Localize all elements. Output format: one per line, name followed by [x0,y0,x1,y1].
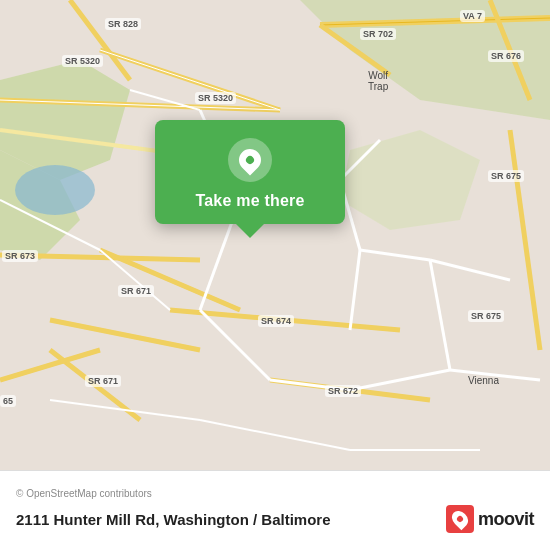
road-label-sr828: SR 828 [105,18,141,30]
road-label-65: 65 [0,395,16,407]
road-label-sr702: SR 702 [360,28,396,40]
address-text: 2111 Hunter Mill Rd, Washington / Baltim… [16,511,330,528]
bottom-bar: © OpenStreetMap contributors 2111 Hunter… [0,470,550,550]
map-container: SR 828 VA 7 SR 702 SR 5320 SR 5320 SR 67… [0,0,550,470]
svg-point-3 [15,165,95,215]
road-label-sr676: SR 676 [488,50,524,62]
moovit-logo[interactable]: moovit [446,505,534,533]
take-me-there-button[interactable]: Take me there [195,192,304,210]
road-label-sr675a: SR 675 [488,170,524,182]
road-label-sr5320b: SR 5320 [195,92,236,104]
place-label-vienna: Vienna [468,375,499,386]
road-label-sr674: SR 674 [258,315,294,327]
road-label-sr5320a: SR 5320 [62,55,103,67]
address-row: 2111 Hunter Mill Rd, Washington / Baltim… [16,505,534,533]
moovit-logo-icon [446,505,474,533]
road-label-sr673: SR 673 [2,250,38,262]
road-label-sr671a: SR 671 [118,285,154,297]
copyright-text: © OpenStreetMap contributors [16,488,534,499]
moovit-logo-text: moovit [478,509,534,530]
road-label-va7: VA 7 [460,10,485,22]
road-label-sr671b: SR 671 [85,375,121,387]
popup-card[interactable]: Take me there [155,120,345,224]
road-label-sr672: SR 672 [325,385,361,397]
place-label-wolf-trap: WolfTrap [368,70,388,92]
location-pin-icon [228,138,272,182]
road-label-sr675b: SR 675 [468,310,504,322]
moovit-pin-icon [449,508,472,531]
